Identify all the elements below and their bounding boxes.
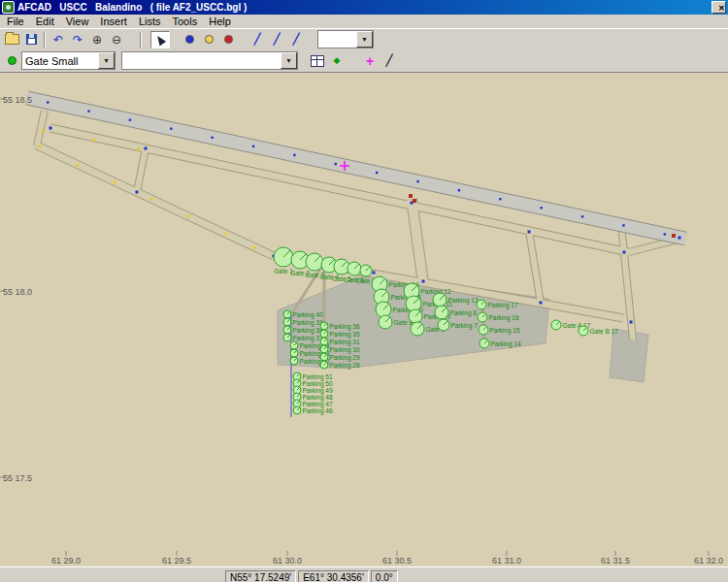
chevron-down-icon[interactable]: ▼ bbox=[281, 52, 297, 69]
runway-node[interactable] bbox=[170, 128, 172, 130]
cursor-latitude: N55° 17.5249' bbox=[225, 570, 296, 582]
gate-name-combobox[interactable]: ▼ bbox=[121, 51, 298, 70]
menu-help[interactable]: Help bbox=[203, 15, 237, 28]
runway-node[interactable] bbox=[47, 101, 49, 103]
gate-type-value: Gate Small bbox=[22, 55, 98, 67]
cursor-heading: 0.0° bbox=[371, 570, 398, 582]
gate-label: Parking 37 bbox=[293, 335, 323, 342]
runway-node[interactable] bbox=[335, 163, 337, 165]
lon-label: 61 30.0 bbox=[273, 556, 302, 566]
toolbar-combobox[interactable]: ▼ bbox=[317, 30, 374, 48]
close-button[interactable]: ✕ bbox=[711, 1, 726, 14]
list-view-button[interactable] bbox=[308, 52, 327, 70]
runway-node[interactable] bbox=[622, 224, 624, 226]
path-node[interactable] bbox=[77, 164, 80, 167]
runway-node[interactable] bbox=[581, 215, 583, 217]
gate-label: Parking 38 bbox=[293, 327, 323, 335]
path-node[interactable] bbox=[136, 191, 139, 194]
path-node[interactable] bbox=[630, 321, 633, 324]
zoom-in-icon: ⊕ bbox=[92, 34, 102, 46]
menu-tools[interactable]: Tools bbox=[167, 15, 204, 28]
path-node[interactable] bbox=[50, 127, 52, 130]
line-icon: ╱ bbox=[293, 34, 300, 45]
open-button[interactable] bbox=[2, 31, 21, 48]
lon-label: 61 30.5 bbox=[382, 556, 412, 566]
runway[interactable] bbox=[27, 98, 685, 239]
draw-line-button-1[interactable]: ╱ bbox=[248, 31, 267, 48]
path-node[interactable] bbox=[224, 233, 227, 236]
open-folder-icon bbox=[5, 34, 19, 45]
zoom-out-button[interactable]: ⊖ bbox=[107, 31, 126, 48]
menu-lists[interactable]: Lists bbox=[133, 15, 167, 28]
runway-node[interactable] bbox=[211, 137, 213, 139]
runway-node[interactable] bbox=[252, 146, 254, 147]
runway-node[interactable] bbox=[664, 233, 666, 235]
yellow-point-icon bbox=[205, 35, 214, 44]
gate-type-combobox[interactable]: Gate Small ▼ bbox=[21, 51, 116, 70]
menu-edit[interactable]: Edit bbox=[30, 15, 60, 28]
zoom-out-icon: ⊖ bbox=[112, 34, 121, 46]
insert-yellow-point-button[interactable] bbox=[199, 31, 218, 48]
path-node[interactable] bbox=[540, 302, 543, 305]
lat-label: 55 18.5 bbox=[3, 95, 32, 105]
redo-button[interactable]: ↷ bbox=[68, 31, 87, 48]
path-node[interactable] bbox=[42, 130, 45, 133]
draw-line-button-3[interactable]: ╱ bbox=[286, 31, 306, 48]
chevron-down-icon[interactable]: ▼ bbox=[356, 31, 373, 48]
menu-insert[interactable]: Insert bbox=[94, 15, 133, 28]
runway-node[interactable] bbox=[416, 180, 418, 182]
pointer-select-button[interactable] bbox=[150, 31, 170, 48]
afcad-window: AFCAD USCC Balandino ( file AF2_USCC.bgl… bbox=[0, 0, 728, 582]
runway-node[interactable] bbox=[540, 207, 542, 209]
menu-view[interactable]: View bbox=[60, 15, 95, 28]
insert-red-point-button[interactable] bbox=[218, 31, 238, 48]
gate-label: Parking 13 bbox=[448, 297, 479, 305]
save-button[interactable] bbox=[21, 31, 41, 48]
path-node[interactable] bbox=[678, 237, 681, 240]
path-node[interactable] bbox=[187, 215, 190, 218]
chevron-down-icon[interactable]: ▼ bbox=[98, 52, 115, 69]
undo-icon: ↶ bbox=[53, 34, 63, 46]
runway-node[interactable] bbox=[376, 172, 378, 174]
path-node[interactable] bbox=[114, 181, 116, 184]
redo-icon: ↷ bbox=[73, 34, 83, 46]
lon-label: 61 31.5 bbox=[601, 556, 630, 566]
runway-node[interactable] bbox=[87, 110, 89, 112]
diamond-marker-button[interactable]: ◆ bbox=[327, 52, 347, 70]
insert-blue-point-button[interactable] bbox=[180, 31, 199, 48]
add-point-button[interactable]: + bbox=[360, 52, 380, 70]
path-node[interactable] bbox=[373, 272, 376, 275]
path-node[interactable] bbox=[623, 251, 626, 254]
runway-node[interactable] bbox=[129, 118, 131, 120]
app-icon bbox=[2, 1, 15, 14]
menu-file[interactable]: File bbox=[1, 15, 30, 28]
gate-label: Parking 46 bbox=[303, 407, 333, 415]
gate-label: Parking 29 bbox=[330, 354, 360, 362]
path-node[interactable] bbox=[150, 198, 153, 201]
path-node[interactable] bbox=[39, 146, 42, 148]
statusbar-filler bbox=[2, 570, 223, 582]
undo-button[interactable]: ↶ bbox=[49, 31, 68, 48]
menu-bar: File Edit View Insert Lists Tools Help bbox=[0, 15, 728, 28]
toolbar-separator bbox=[140, 32, 142, 48]
path-node[interactable] bbox=[145, 147, 148, 150]
cursor-longitude: E61° 30.4356' bbox=[298, 570, 369, 582]
path-node[interactable] bbox=[93, 139, 96, 142]
gate-label: Parking 17 bbox=[488, 302, 518, 309]
path-node[interactable] bbox=[138, 148, 141, 151]
draw-line-button-2[interactable]: ╱ bbox=[267, 31, 286, 48]
taxiway bbox=[529, 231, 541, 304]
gate-label: Parking 35 bbox=[330, 331, 360, 339]
gate-marker-button[interactable] bbox=[2, 52, 21, 70]
runway-node[interactable] bbox=[293, 154, 295, 156]
measure-line-button[interactable]: ╱ bbox=[380, 52, 399, 70]
path-node[interactable] bbox=[253, 246, 256, 249]
runway-node[interactable] bbox=[499, 198, 501, 200]
runway-node[interactable] bbox=[458, 189, 460, 191]
path-node[interactable] bbox=[528, 231, 531, 234]
gate-label: Parking 31 bbox=[330, 339, 360, 346]
path-node[interactable] bbox=[422, 280, 425, 283]
zoom-in-button[interactable]: ⊕ bbox=[87, 31, 107, 48]
gate-toolbar: Gate Small ▼ ▼ ◆ + ╱ bbox=[0, 49, 728, 72]
airport-map[interactable]: Gate 1Gate 2Gate 3Gate 4Gate 5Gate 6Gate… bbox=[0, 73, 728, 566]
